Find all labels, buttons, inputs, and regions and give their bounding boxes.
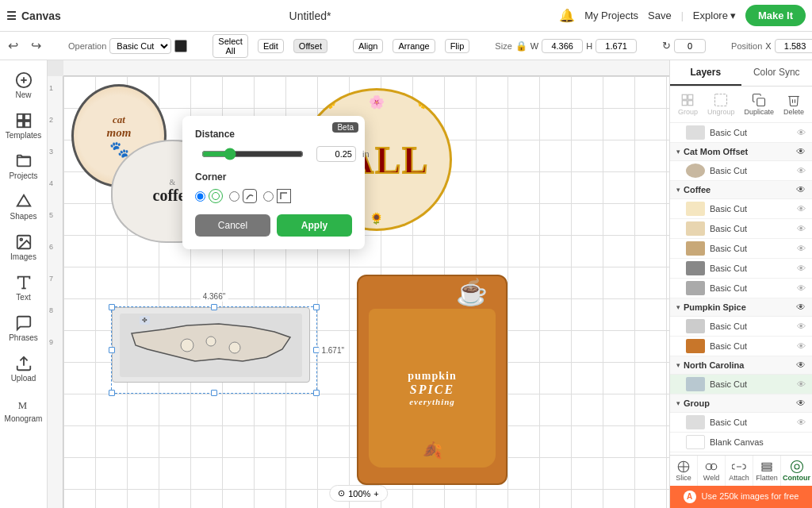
tab-layers[interactable]: Layers [670,60,741,86]
notification-icon[interactable]: 🔔 [559,8,575,23]
sidebar-item-text[interactable]: Text [3,269,44,306]
layer-item-basic-cut-top[interactable]: Basic Cut 👁 [670,123,812,143]
coffee-eye[interactable]: 👁 [796,184,806,195]
layer-group-cat-mom-header[interactable]: ▾ Cat Mom Offset 👁 [670,143,812,161]
delete-button[interactable]: Delete [780,91,807,117]
offset-button[interactable]: Offset [293,39,327,53]
operation-select[interactable]: Basic Cut [109,38,171,54]
layer-name-coffee-3: Basic Cut [710,244,797,253]
sticker-pumpkin-spice[interactable]: ☕ pumpkin SPICE everything 🍂 [357,275,515,497]
lock-icon[interactable]: 🔒 [515,40,527,52]
layer-eye-coffee-4[interactable]: 👁 [797,264,806,273]
slice-tool[interactable]: Slice [670,456,698,486]
sidebar-item-monogram[interactable]: M Monogram [3,391,44,428]
sidebar-item-templates[interactable]: Templates [3,107,44,144]
canvas-content[interactable]: cat mom 🐾 & coffee [63,76,669,508]
redo-button[interactable]: ↪ [29,38,43,53]
tab-color-sync[interactable]: Color Sync [741,60,813,86]
arrange-button[interactable]: Arrange [393,39,435,53]
layer-eye-coffee-5[interactable]: 👁 [797,283,806,293]
layer-item-coffee-2[interactable]: Basic Cut 👁 [670,219,812,239]
distance-value-input[interactable] [316,146,356,162]
coffee-arrow: ▾ [676,186,680,194]
size-label: Size [495,41,511,51]
group-eye[interactable]: 👁 [796,398,806,409]
layer-group-nc-header[interactable]: ▾ North Carolina 👁 [670,356,812,375]
topbar: ☰ Canvas Untitled* 🔔 My Projects Save | … [0,0,812,32]
duplicate-button[interactable]: Duplicate [741,91,777,117]
layer-group-group-header[interactable]: ▾ Group 👁 [670,394,812,413]
corner-round-option[interactable] [195,189,223,203]
layer-item-coffee-3[interactable]: Basic Cut 👁 [670,239,812,259]
color-swatch[interactable] [174,40,187,52]
sidebar-item-projects[interactable]: Projects [3,148,44,185]
topbar-menu[interactable]: ☰ Canvas [6,10,61,22]
pumpkin-eye[interactable]: 👁 [796,302,806,313]
height-input[interactable] [596,39,637,53]
x-input[interactable] [775,39,812,53]
layer-group-pumpkin-header[interactable]: ▾ Pumpkin Spice 👁 [670,298,812,317]
layer-item-nc-cut[interactable]: Basic Cut 👁 [670,375,812,394]
explore-button[interactable]: Explore ▾ [693,10,736,21]
layer-eye-pumpkin-1[interactable]: 👁 [797,321,806,331]
layer-eye-basic-cut-top[interactable]: 👁 [797,128,806,137]
cat-mom-eye[interactable]: 👁 [796,146,806,157]
nc-eye[interactable]: 👁 [796,360,806,371]
layer-eye-cat-mom[interactable]: 👁 [797,166,806,175]
layer-name-coffee-1: Basic Cut [710,204,797,214]
layer-item-blank-canvas[interactable]: Blank Canvas [670,433,812,452]
flatten-tool[interactable]: Flatten [753,456,781,486]
svg-rect-28 [762,466,772,468]
sidebar-item-phrases[interactable]: Phrases [3,310,44,347]
layer-group-coffee-header[interactable]: ▾ Coffee 👁 [670,181,812,199]
distance-slider[interactable] [201,148,304,160]
layer-thumb-blank-canvas [686,435,705,449]
promo-bar[interactable]: A Use 250k images for free [670,486,812,508]
layer-item-pumpkin-2[interactable]: Basic Cut 👁 [670,337,812,356]
align-button[interactable]: Align [353,39,383,53]
ruler-left-8: 8 [49,306,53,314]
svg-rect-16 [683,94,688,99]
sidebar-item-images[interactable]: Images [3,229,44,266]
select-all-button[interactable]: Select All [213,34,248,58]
group-button[interactable]: Group [675,91,701,117]
sidebar-item-upload[interactable]: Upload [3,350,44,387]
sidebar-item-new[interactable]: New [3,67,44,104]
flatten-label: Flatten [756,474,778,482]
layer-item-coffee-5[interactable]: Basic Cut 👁 [670,279,812,298]
layer-eye-nc[interactable]: 👁 [797,379,806,389]
attach-tool[interactable]: Attach [726,456,753,486]
layer-item-cat-mom-cut[interactable]: Basic Cut 👁 [670,161,812,181]
layer-item-coffee-4[interactable]: Basic Cut 👁 [670,259,812,279]
layer-item-coffee-1[interactable]: Basic Cut 👁 [670,199,812,219]
rotate-input[interactable] [674,39,706,53]
layer-eye-coffee-2[interactable]: 👁 [797,224,806,233]
corner-smooth-option[interactable] [229,189,257,203]
layer-thumb-coffee-4 [686,261,705,275]
layer-eye-coffee-1[interactable]: 👁 [797,204,806,214]
width-input[interactable] [542,39,583,53]
make-it-button[interactable]: Make It [745,5,806,26]
layer-eye-coffee-3[interactable]: 👁 [797,244,806,253]
left-sidebar: New Templates Projects Shapes Images Tex… [0,60,48,508]
apply-button[interactable]: Apply [277,214,352,237]
layer-item-pumpkin-1[interactable]: Basic Cut 👁 [670,317,812,337]
edit-button[interactable]: Edit [258,39,284,53]
contour-tool[interactable]: Contour [781,456,812,486]
ungroup-button[interactable]: Ungroup [704,91,738,117]
cancel-button[interactable]: Cancel [195,214,270,237]
weld-tool[interactable]: Weld [698,456,726,486]
my-projects-link[interactable]: My Projects [584,10,638,21]
save-button[interactable]: Save [648,10,672,21]
sidebar-item-shapes[interactable]: Shapes [3,188,44,225]
zoom-in-icon[interactable]: + [373,489,378,498]
rotate-icon: ↻ [662,40,671,52]
layer-eye-group[interactable]: 👁 [797,418,806,427]
undo-button[interactable]: ↩ [6,38,20,53]
layer-eye-pumpkin-2[interactable]: 👁 [797,341,806,351]
corner-square-option[interactable] [263,189,291,203]
layer-item-group-cut[interactable]: Basic Cut 👁 [670,413,812,433]
flip-button[interactable]: Flip [445,39,470,53]
hamburger-icon[interactable]: ☰ [6,10,17,22]
zoom-fit-icon[interactable]: ⊙ [338,488,345,498]
